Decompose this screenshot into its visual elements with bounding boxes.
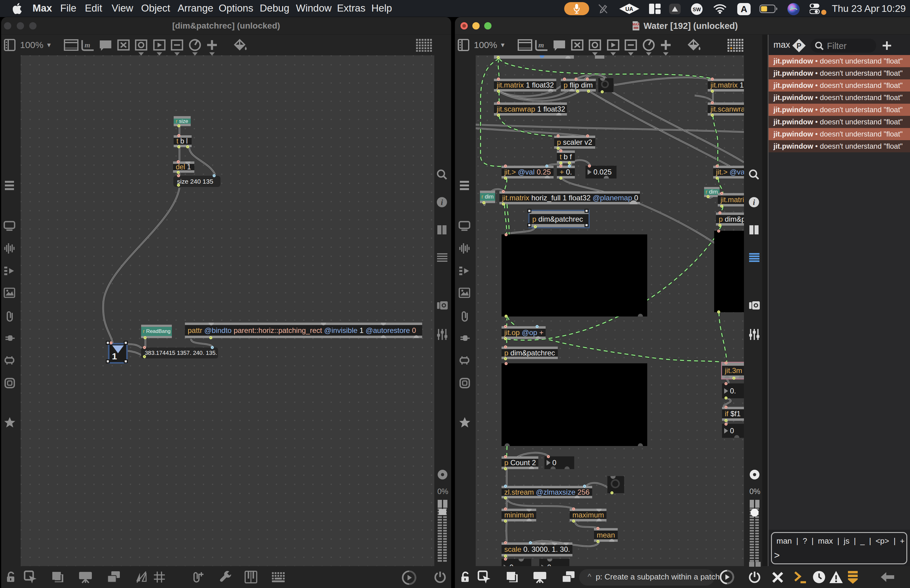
svg-text:MAX: MAX — [632, 23, 640, 26]
svg-text:m: m — [84, 41, 91, 49]
svg-text:i: i — [441, 198, 443, 207]
svg-text:P: P — [797, 42, 802, 50]
svg-text:SW: SW — [693, 7, 701, 13]
svg-text:m: m — [538, 41, 544, 49]
svg-text:i: i — [753, 198, 755, 207]
svg-text:UA: UA — [626, 6, 633, 12]
